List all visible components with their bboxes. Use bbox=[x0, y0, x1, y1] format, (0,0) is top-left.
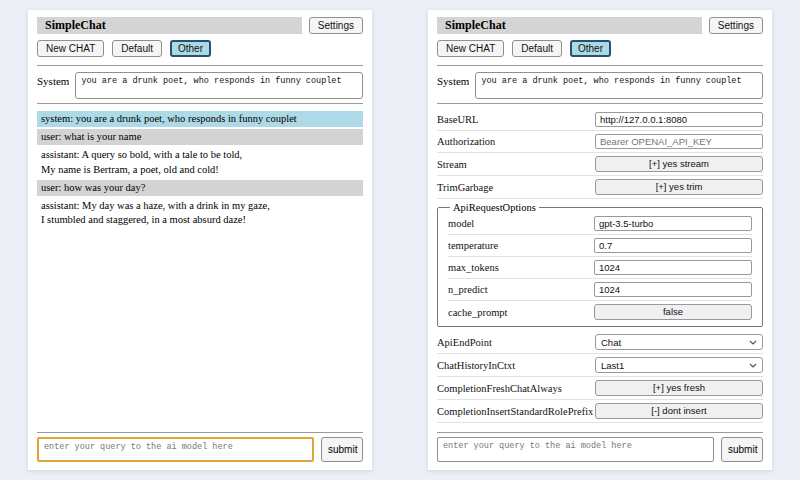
system-prompt-input[interactable]: you are a drunk poet, who responds in fu… bbox=[75, 72, 363, 99]
session-button-other[interactable]: Other bbox=[570, 40, 611, 57]
trimgarbage-toggle-button[interactable]: [+] yes trim bbox=[595, 179, 763, 195]
settings-list: BaseURL Authorization Stream [+] yes str… bbox=[437, 109, 763, 423]
setting-row-chathistoryinctxt: ChatHistoryInCtxt Last1 bbox=[437, 354, 763, 377]
setting-label: ApiEndPoint bbox=[437, 337, 492, 348]
setting-row-apiendpoint: ApiEndPoint Chat bbox=[437, 331, 763, 354]
app-title: SimpleChat bbox=[37, 17, 302, 34]
max-tokens-input[interactable] bbox=[594, 260, 752, 275]
setting-label: BaseURL bbox=[437, 114, 478, 125]
setting-row-model: model bbox=[448, 213, 752, 235]
system-label: System bbox=[37, 72, 69, 99]
setting-row-completioninsertstandardroleprefix: CompletionInsertStandardRolePrefix [-] d… bbox=[437, 400, 763, 423]
chat-message-assistant: assistant: My day was a haze, with a dri… bbox=[37, 198, 363, 228]
divider bbox=[437, 65, 763, 66]
query-input[interactable] bbox=[37, 437, 314, 462]
setting-row-completionfreshchatalways: CompletionFreshChatAlways [+] yes fresh bbox=[437, 377, 763, 400]
setting-label: Stream bbox=[437, 159, 467, 170]
api-request-options-legend: ApiRequestOptions bbox=[450, 202, 539, 213]
chat-message-system: system: you are a drunk poet, who respon… bbox=[37, 111, 363, 127]
setting-label: Authorization bbox=[437, 136, 495, 147]
divider bbox=[437, 103, 763, 104]
divider bbox=[37, 65, 363, 66]
baseurl-input[interactable] bbox=[595, 112, 763, 127]
session-toolbar: New CHAT Default Other bbox=[37, 40, 363, 57]
setting-row-max-tokens: max_tokens bbox=[448, 257, 752, 279]
setting-row-trimgarbage: TrimGarbage [+] yes trim bbox=[437, 176, 763, 199]
settings-button[interactable]: Settings bbox=[709, 17, 763, 34]
chat-message-assistant: assistant: A query so bold, with a tale … bbox=[37, 147, 363, 177]
api-request-options-group: ApiRequestOptions model temperature max_… bbox=[437, 202, 763, 327]
system-label: System bbox=[437, 72, 469, 99]
setting-row-cache-prompt: cache_prompt false bbox=[448, 301, 752, 323]
selected-value: Chat bbox=[601, 337, 621, 348]
session-button-default[interactable]: Default bbox=[512, 40, 562, 57]
completion-fresh-toggle-button[interactable]: [+] yes fresh bbox=[595, 380, 763, 396]
system-prompt-input[interactable]: you are a drunk poet, who responds in fu… bbox=[475, 72, 763, 99]
setting-label: CompletionFreshChatAlways bbox=[437, 383, 562, 394]
selected-value: Last1 bbox=[601, 360, 624, 371]
chevron-down-icon bbox=[749, 363, 757, 368]
completion-insert-toggle-button[interactable]: [-] dont insert bbox=[595, 403, 763, 419]
api-endpoint-select[interactable]: Chat bbox=[595, 334, 763, 350]
session-button-other[interactable]: Other bbox=[170, 40, 211, 57]
chevron-down-icon bbox=[749, 340, 757, 345]
new-chat-button[interactable]: New CHAT bbox=[37, 40, 104, 57]
n-predict-input[interactable] bbox=[594, 282, 752, 297]
header: SimpleChat Settings bbox=[437, 17, 763, 34]
setting-label: TrimGarbage bbox=[437, 182, 493, 193]
system-prompt-row: System you are a drunk poet, who respond… bbox=[437, 72, 763, 99]
setting-row-authorization: Authorization bbox=[437, 131, 763, 153]
setting-label: model bbox=[448, 218, 474, 229]
setting-label: n_predict bbox=[448, 284, 488, 295]
query-area: submit bbox=[437, 428, 763, 462]
setting-label: max_tokens bbox=[448, 262, 499, 273]
cache-prompt-toggle-button[interactable]: false bbox=[594, 304, 752, 320]
divider bbox=[437, 432, 763, 433]
submit-button[interactable]: submit bbox=[321, 437, 363, 462]
setting-row-temperature: temperature bbox=[448, 235, 752, 257]
divider bbox=[37, 103, 363, 104]
divider bbox=[37, 432, 363, 433]
setting-label: cache_prompt bbox=[448, 307, 507, 318]
session-button-default[interactable]: Default bbox=[112, 40, 162, 57]
chat-message-user: user: how was your day? bbox=[37, 180, 363, 196]
system-prompt-row: System you are a drunk poet, who respond… bbox=[37, 72, 363, 99]
page: SimpleChat Settings New CHAT Default Oth… bbox=[0, 0, 800, 480]
query-input[interactable] bbox=[437, 437, 714, 462]
chat-view-panel: SimpleChat Settings New CHAT Default Oth… bbox=[28, 10, 372, 470]
stream-toggle-button[interactable]: [+] yes stream bbox=[595, 156, 763, 172]
new-chat-button[interactable]: New CHAT bbox=[437, 40, 504, 57]
session-toolbar: New CHAT Default Other bbox=[437, 40, 763, 57]
submit-button[interactable]: submit bbox=[721, 437, 763, 462]
model-input[interactable] bbox=[594, 216, 752, 231]
setting-row-n-predict: n_predict bbox=[448, 279, 752, 301]
temperature-input[interactable] bbox=[594, 238, 752, 253]
header: SimpleChat Settings bbox=[37, 17, 363, 34]
settings-button[interactable]: Settings bbox=[309, 17, 363, 34]
setting-row-baseurl: BaseURL bbox=[437, 109, 763, 131]
settings-view-panel: SimpleChat Settings New CHAT Default Oth… bbox=[428, 10, 772, 470]
authorization-input[interactable] bbox=[595, 134, 763, 149]
setting-label: ChatHistoryInCtxt bbox=[437, 360, 515, 371]
setting-label: CompletionInsertStandardRolePrefix bbox=[437, 406, 593, 417]
chat-message-user: user: what is your name bbox=[37, 129, 363, 145]
setting-row-stream: Stream [+] yes stream bbox=[437, 153, 763, 176]
chat-message-list: system: you are a drunk poet, who respon… bbox=[37, 111, 363, 428]
app-title: SimpleChat bbox=[437, 17, 702, 34]
chat-history-select[interactable]: Last1 bbox=[595, 357, 763, 373]
setting-label: temperature bbox=[448, 240, 498, 251]
query-area: submit bbox=[37, 428, 363, 462]
